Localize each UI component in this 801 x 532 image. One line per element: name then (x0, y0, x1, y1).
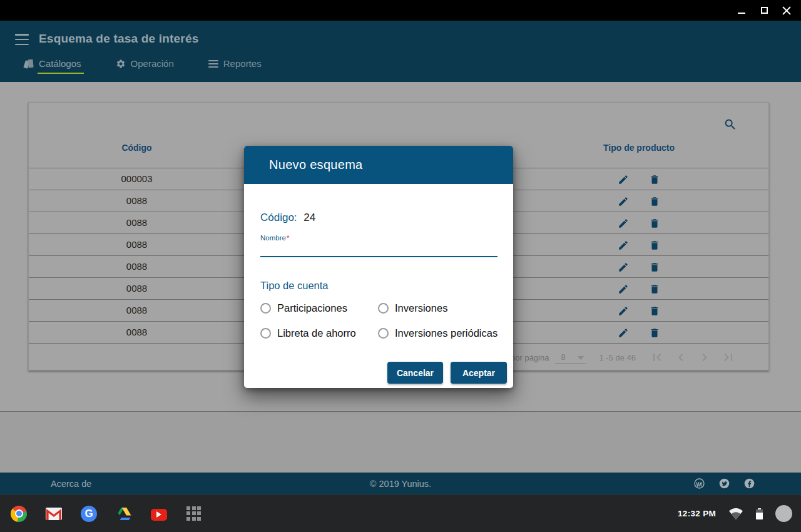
edit-icon[interactable] (618, 240, 629, 251)
drive-icon[interactable] (116, 506, 132, 522)
nombre-input[interactable] (260, 241, 497, 257)
radio-icon (378, 328, 389, 339)
battery-icon (756, 508, 763, 519)
twitter-icon[interactable] (719, 478, 730, 489)
row-actions (545, 212, 733, 234)
row-actions (545, 190, 733, 212)
row-actions (545, 322, 733, 344)
radio-icon (260, 328, 271, 339)
catalog-icon (24, 59, 34, 69)
radio-libreta-de-ahorro[interactable]: Libreta de ahorro (260, 327, 356, 339)
previous-page-icon[interactable] (673, 350, 688, 365)
wifi-icon (728, 508, 743, 520)
close-button[interactable] (782, 6, 791, 15)
edit-icon[interactable] (618, 327, 629, 339)
social-links (694, 478, 755, 489)
copyright-text: © 2019 Yunius. (0, 479, 801, 489)
delete-icon[interactable] (649, 218, 660, 229)
codigo-value: 24 (304, 212, 315, 223)
tipo-cuenta-label: Tipo de cuenta (260, 280, 329, 292)
column-header-tipo: Tipo de producto (545, 143, 733, 153)
nav-tabs: Catálogos Operación Reportes (24, 58, 262, 74)
maximize-icon (761, 7, 768, 14)
gmail-icon[interactable] (46, 506, 62, 522)
radio-icon (378, 303, 389, 314)
delete-icon[interactable] (649, 174, 660, 185)
dialog-title: Nuevo esquema (269, 158, 363, 172)
first-page-icon[interactable] (650, 350, 665, 365)
cell-codigo: 0088 (29, 190, 245, 212)
edit-icon[interactable] (618, 305, 629, 317)
cancel-button[interactable]: Cancelar (387, 362, 443, 384)
minimize-icon (738, 13, 745, 14)
tab-operacion[interactable]: Operación (116, 58, 174, 74)
edit-icon[interactable] (618, 174, 629, 185)
column-header-codigo: Código (29, 143, 245, 153)
status-tray[interactable]: 12:32 PM (678, 505, 792, 522)
edit-icon[interactable] (618, 262, 629, 273)
page-title: Esquema de tasa de interés (39, 32, 198, 46)
paginator-range: 1 -5 de 46 (599, 353, 636, 362)
new-scheme-dialog: Nuevo esquema Código: 24 Nombre* Tipo de… (244, 146, 513, 388)
delete-icon[interactable] (649, 262, 660, 273)
hamburger-menu-button[interactable] (15, 34, 29, 45)
row-actions (545, 278, 733, 300)
cell-codigo: 0088 (29, 234, 245, 255)
content-divider (0, 411, 801, 473)
radio-icon (260, 303, 271, 314)
page-size-select[interactable]: 8 (555, 351, 586, 364)
delete-icon[interactable] (649, 196, 660, 207)
shelf-apps: G (11, 506, 202, 522)
page-size-value: 8 (561, 352, 565, 362)
minimize-button[interactable] (737, 6, 746, 15)
youtube-icon[interactable] (151, 509, 167, 521)
tab-label: Operación (131, 58, 174, 69)
maximize-button[interactable] (760, 6, 768, 15)
tab-label: Catálogos (39, 58, 81, 69)
chevron-down-icon (578, 356, 584, 360)
radio-inversiones[interactable]: Inversiones (378, 302, 447, 314)
codigo-row: Código: 24 (260, 212, 315, 224)
screen: Esquema de tasa de interés Catálogos Ope… (0, 0, 801, 532)
facebook-icon[interactable] (744, 478, 755, 489)
cell-codigo: 0088 (29, 212, 245, 233)
cell-codigo: 0088 (29, 278, 245, 299)
list-icon (208, 59, 218, 69)
last-page-icon[interactable] (721, 350, 736, 365)
edit-icon[interactable] (618, 284, 629, 295)
row-actions (545, 256, 733, 278)
paginator-label: por página (511, 353, 549, 362)
edit-icon[interactable] (618, 218, 629, 229)
cell-codigo: 000003 (29, 168, 245, 190)
search-icon[interactable] (723, 118, 737, 131)
chrome-icon[interactable] (11, 506, 27, 522)
accept-button[interactable]: Aceptar (451, 362, 507, 384)
wordpress-icon[interactable] (694, 478, 705, 489)
delete-icon[interactable] (649, 240, 660, 251)
account-avatar[interactable] (775, 505, 792, 522)
gear-icon (116, 59, 126, 69)
edit-icon[interactable] (618, 196, 629, 207)
apps-grid-icon[interactable] (186, 506, 202, 522)
tab-reportes[interactable]: Reportes (208, 58, 262, 74)
cell-codigo: 0088 (29, 256, 245, 277)
tab-label: Reportes (223, 58, 262, 69)
paginator-nav (650, 350, 736, 365)
radio-participaciones[interactable]: Participaciones (260, 302, 347, 314)
radio-inversiones-periodicas[interactable]: Inversiones periódicas (378, 327, 497, 339)
codigo-label: Código: (260, 212, 297, 223)
clock: 12:32 PM (678, 509, 716, 518)
system-shelf: G 12:32 PM (0, 494, 801, 532)
tab-catalogos[interactable]: Catálogos (24, 58, 81, 74)
cell-codigo: 0088 (29, 322, 245, 343)
google-icon[interactable]: G (81, 506, 97, 522)
cell-codigo: 0088 (29, 300, 245, 321)
dialog-header: Nuevo esquema (244, 146, 513, 184)
next-page-icon[interactable] (697, 350, 712, 365)
window-titlebar (0, 0, 801, 21)
delete-icon[interactable] (649, 284, 660, 295)
delete-icon[interactable] (649, 305, 660, 317)
delete-icon[interactable] (649, 327, 660, 339)
app-header: Esquema de tasa de interés Catálogos Ope… (0, 21, 801, 82)
app-footer: Acerca de © 2019 Yunius. (0, 473, 801, 494)
